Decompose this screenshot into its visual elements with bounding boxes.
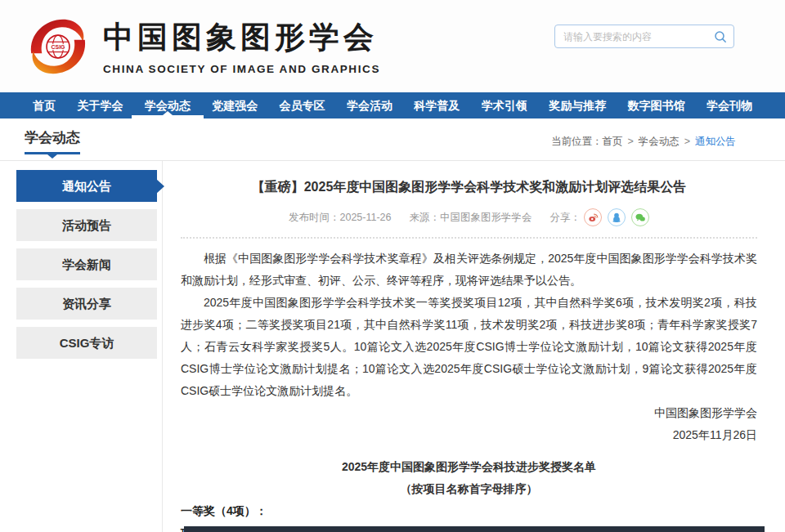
breadcrumb-separator: >: [684, 136, 690, 147]
breadcrumb-home[interactable]: 首页: [602, 136, 622, 147]
nav-item-members[interactable]: 会员专区: [278, 92, 327, 118]
nav-item-activities[interactable]: 学会活动: [345, 92, 394, 118]
sidebar: 通知公告 活动预告 学会新闻 资讯分享 CSIG专访: [0, 161, 162, 532]
nav-item-about[interactable]: 关于学会: [75, 92, 124, 118]
spacer: [181, 446, 757, 456]
search-icon[interactable]: [714, 30, 727, 43]
share-buttons: [584, 208, 649, 226]
breadcrumb-current[interactable]: 通知公告: [695, 136, 736, 147]
paragraph: 2025年度中国图象图形学学会科学技术奖一等奖授奖项目12项，其中自然科学奖6项…: [181, 292, 757, 402]
share-label: 分享：: [550, 211, 581, 225]
csig-logo-icon: CSIG: [25, 11, 92, 82]
article-meta: 发布时间：2025-11-26 来源：中国图象图形学学会 分享：: [181, 208, 757, 226]
main-nav: 首页 关于学会 学会动态 党建强会 会员专区 学会活动 科学普及 学术引领 奖励…: [0, 92, 785, 118]
sidebar-item-csig-interview[interactable]: CSIG专访: [16, 327, 157, 359]
sidebar-item-society-news[interactable]: 学会新闻: [16, 248, 157, 280]
org-name-english: CHINA SOCIETY OF IMAGE AND GRAPHICS: [103, 63, 380, 75]
paragraph: 根据《中国图象图形学学会科学技术奖章程》及相关评选条例规定，2025年度中国图象…: [181, 248, 757, 292]
nav-item-news[interactable]: 学会动态: [143, 92, 192, 118]
nav-item-party[interactable]: 党建强会: [210, 92, 259, 118]
breadcrumb-level1[interactable]: 学会动态: [639, 136, 680, 147]
nav-item-awards[interactable]: 奖励与推荐: [547, 92, 608, 118]
award-list-subtitle: （按项目名称首字母排序）: [181, 478, 757, 500]
brand-block: 中国图象图形学会 CHINA SOCIETY OF IMAGE AND GRAP…: [103, 17, 380, 75]
page-title: 学会动态: [25, 128, 80, 154]
search-input[interactable]: [563, 31, 714, 42]
nav-item-academic[interactable]: 学术引领: [480, 92, 529, 118]
next-section-edge: [184, 526, 765, 532]
signature-org: 中国图象图形学学会: [181, 402, 757, 424]
article-panel: 【重磅】2025年度中国图象图形学学会科学技术奖和激励计划评选结果公告 发布时间…: [162, 161, 785, 532]
sidebar-item-previews[interactable]: 活动预告: [16, 209, 157, 241]
nav-item-library[interactable]: 数字图书馆: [626, 92, 687, 118]
breadcrumb-separator: >: [627, 136, 633, 147]
sidebar-item-info-share[interactable]: 资讯分享: [16, 288, 157, 320]
nav-item-publications[interactable]: 学会刊物: [705, 92, 754, 118]
org-name-chinese: 中国图象图形学会: [103, 17, 380, 58]
article-source: 来源：中国图象图形学学会: [410, 211, 532, 225]
publish-date: 发布时间：2025-11-26: [289, 211, 392, 225]
nav-item-home[interactable]: 首页: [31, 92, 57, 118]
nav-item-science[interactable]: 科学普及: [412, 92, 461, 118]
share-qq-icon[interactable]: [608, 208, 626, 226]
award-tier: 一等奖（4项）：: [181, 500, 757, 522]
award-list-title: 2025年度中国图象图形学学会科技进步奖授奖名单: [181, 456, 757, 478]
share-weibo-icon[interactable]: [584, 208, 602, 226]
logo-text: CSIG: [51, 43, 65, 49]
article-title: 【重磅】2025年度中国图象图形学学会科学技术奖和激励计划评选结果公告: [181, 179, 757, 196]
breadcrumb: 当前位置：首页>学会动态>通知公告: [551, 135, 736, 149]
section-bar: 学会动态 当前位置：首页>学会动态>通知公告: [0, 118, 785, 161]
article-body: 根据《中国图象图形学学会科学技术奖章程》及相关评选条例规定，2025年度中国图象…: [181, 248, 757, 532]
site-header: CSIG 中国图象图形学会 CHINA SOCIETY OF IMAGE AND…: [0, 0, 785, 92]
breadcrumb-prefix: 当前位置：: [551, 136, 603, 147]
sidebar-item-notices[interactable]: 通知公告: [16, 170, 157, 202]
search-box[interactable]: [554, 25, 734, 48]
dotted-divider: [181, 237, 757, 239]
content-area: 通知公告 活动预告 学会新闻 资讯分享 CSIG专访 【重磅】2025年度中国图…: [0, 161, 785, 532]
share-wechat-icon[interactable]: [631, 208, 649, 226]
signature-date: 2025年11月26日: [181, 424, 757, 446]
title-underline-arrow: [47, 154, 57, 159]
